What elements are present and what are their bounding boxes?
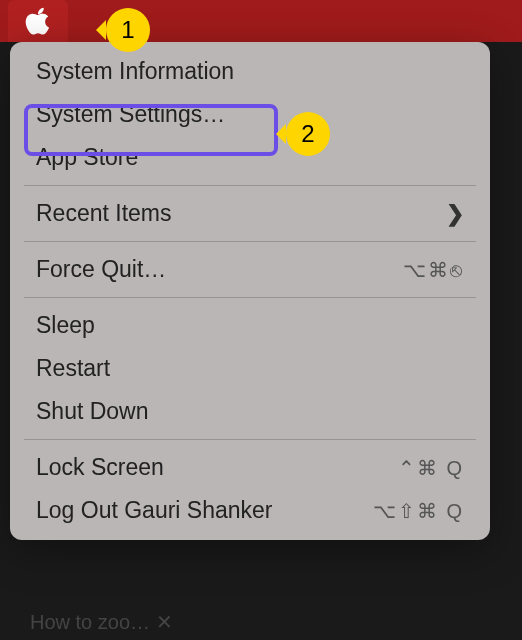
- menu-item-shut-down[interactable]: Shut Down: [10, 390, 490, 433]
- menu-separator: [24, 185, 476, 186]
- menu-item-system-settings[interactable]: System Settings…: [10, 93, 490, 136]
- menu-item-system-information[interactable]: System Information: [10, 50, 490, 93]
- menu-label: Shut Down: [36, 398, 149, 425]
- menu-label: Recent Items: [36, 200, 172, 227]
- menubar: [0, 0, 522, 42]
- menu-label: System Information: [36, 58, 234, 85]
- menu-item-app-store[interactable]: App Store: [10, 136, 490, 179]
- menu-label: Force Quit…: [36, 256, 166, 283]
- menu-label: Log Out Gauri Shanker: [36, 497, 273, 524]
- menu-label: Lock Screen: [36, 454, 164, 481]
- menu-item-log-out[interactable]: Log Out Gauri Shanker ⌥⇧⌘ Q: [10, 489, 490, 532]
- apple-menu: System Information System Settings… App …: [10, 42, 490, 540]
- chevron-right-icon: ❯: [446, 201, 464, 227]
- apple-menu-button[interactable]: [8, 0, 68, 42]
- shortcut-label: ⌥⌘⎋: [403, 258, 464, 282]
- apple-logo-icon: [24, 7, 52, 35]
- shortcut-label: ⌥⇧⌘ Q: [373, 499, 464, 523]
- callout-bubble-2: 2: [286, 112, 330, 156]
- callout-2: 2: [286, 112, 330, 156]
- menu-label: Restart: [36, 355, 110, 382]
- menu-item-recent-items[interactable]: Recent Items ❯: [10, 192, 490, 235]
- menu-item-sleep[interactable]: Sleep: [10, 304, 490, 347]
- menu-label: System Settings…: [36, 101, 225, 128]
- menu-separator: [24, 297, 476, 298]
- shortcut-label: ⌃⌘ Q: [398, 456, 464, 480]
- menu-separator: [24, 439, 476, 440]
- menu-separator: [24, 241, 476, 242]
- background-tab-hint: How to zoo… ✕: [30, 610, 173, 634]
- menu-label: Sleep: [36, 312, 95, 339]
- callout-bubble-1: 1: [106, 8, 150, 52]
- menu-label: App Store: [36, 144, 138, 171]
- menu-item-force-quit[interactable]: Force Quit… ⌥⌘⎋: [10, 248, 490, 291]
- callout-1: 1: [106, 8, 150, 52]
- menu-item-restart[interactable]: Restart: [10, 347, 490, 390]
- menu-item-lock-screen[interactable]: Lock Screen ⌃⌘ Q: [10, 446, 490, 489]
